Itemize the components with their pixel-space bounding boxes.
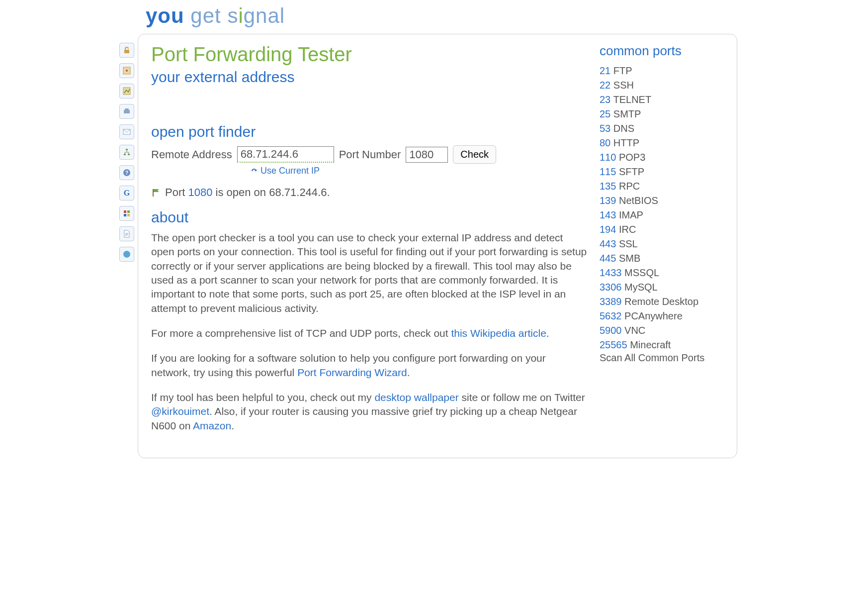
common-ports-heading: common ports xyxy=(600,43,724,59)
common-port-item[interactable]: 143 IMAP xyxy=(600,208,724,222)
common-port-item[interactable]: 115 SFTP xyxy=(600,165,724,179)
sidebar-network[interactable] xyxy=(119,145,134,160)
port-number: 21 xyxy=(600,65,610,76)
network-icon xyxy=(123,148,131,156)
common-port-item[interactable]: 25565 Minecraft xyxy=(600,338,724,352)
common-port-item[interactable]: 5632 PCAnywhere xyxy=(600,309,724,323)
port-name: Remote Desktop xyxy=(622,296,699,307)
footer xyxy=(116,462,752,469)
sidebar-google[interactable]: G xyxy=(119,186,134,200)
desktop-wallpaper-link[interactable]: desktop wallpaper xyxy=(374,392,458,403)
svg-rect-4 xyxy=(125,108,129,110)
port-name: SFTP xyxy=(616,166,644,177)
common-port-item[interactable]: 110 POP3 xyxy=(600,150,724,165)
common-port-item[interactable]: 53 DNS xyxy=(600,121,724,136)
port-number: 5632 xyxy=(600,310,622,321)
help-icon: ? xyxy=(123,169,131,177)
globe-icon xyxy=(123,250,131,258)
common-port-item[interactable]: 135 RPC xyxy=(600,179,724,194)
port-number: 135 xyxy=(600,181,616,192)
port-name: DNS xyxy=(610,123,634,134)
port-number-label: Port Number xyxy=(339,148,401,161)
port-check-form: Remote Address Port Number Check xyxy=(151,145,588,164)
port-number: 5900 xyxy=(600,325,622,336)
port-number-input[interactable] xyxy=(406,147,448,163)
port-name: TELNET xyxy=(610,94,651,105)
phone-icon xyxy=(123,107,131,115)
status-port-link[interactable]: 1080 xyxy=(188,186,212,199)
main-card: Port Forwarding Tester your external add… xyxy=(138,34,737,458)
port-number: 3306 xyxy=(600,282,622,293)
common-port-item[interactable]: 139 NetBIOS xyxy=(600,194,724,208)
common-port-item[interactable]: 445 SMB xyxy=(600,251,724,266)
map-trace-icon xyxy=(123,87,131,95)
common-port-item[interactable]: 5900 VNC xyxy=(600,323,724,338)
port-number: 143 xyxy=(600,209,616,220)
sidebar-lock-open[interactable] xyxy=(119,43,134,58)
common-port-item[interactable]: 1433 MSSQL xyxy=(600,266,724,280)
sidebar-mail[interactable] xyxy=(119,124,134,139)
port-number: 443 xyxy=(600,238,616,249)
svg-rect-3 xyxy=(124,110,130,113)
site-logo[interactable]: you get signal xyxy=(116,4,752,34)
check-button[interactable]: Check xyxy=(453,145,496,164)
svg-rect-12 xyxy=(127,210,130,213)
sidebar-phone[interactable] xyxy=(119,104,134,119)
svg-rect-16 xyxy=(153,189,154,197)
svg-rect-7 xyxy=(124,154,126,155)
use-current-ip-link[interactable]: Use Current IP xyxy=(260,166,320,176)
remote-address-label: Remote Address xyxy=(151,148,232,161)
port-name: Minecraft xyxy=(627,339,671,350)
port-name: FTP xyxy=(610,65,632,76)
port-name: NetBIOS xyxy=(616,195,658,206)
twitter-link[interactable]: @kirkouimet xyxy=(151,405,209,417)
about-p2: For more a comprehensive list of TCP and… xyxy=(151,326,588,340)
svg-point-15 xyxy=(123,251,130,258)
port-name: PCAnywhere xyxy=(622,310,683,321)
port-number: 25 xyxy=(600,108,610,119)
logo-you: you xyxy=(146,4,184,27)
common-port-item[interactable]: 3389 Remote Desktop xyxy=(600,295,724,309)
sidebar-windows[interactable] xyxy=(119,206,134,221)
remote-address-input[interactable] xyxy=(237,146,334,163)
sidebar-globe[interactable] xyxy=(119,247,134,262)
sidebar-map-trace[interactable] xyxy=(119,84,134,99)
port-name: SMTP xyxy=(610,108,641,119)
google-icon: G xyxy=(124,189,130,198)
sidebar-document[interactable] xyxy=(119,226,134,241)
scan-all-ports-link[interactable]: Scan All Common Ports xyxy=(600,352,724,364)
common-port-item[interactable]: 21 FTP xyxy=(600,64,724,78)
about-p4: If my tool has been helpful to you, chec… xyxy=(151,391,588,433)
port-number: 80 xyxy=(600,137,610,148)
common-port-item[interactable]: 194 IRC xyxy=(600,222,724,237)
port-number: 194 xyxy=(600,224,616,235)
common-port-item[interactable]: 80 HTTP xyxy=(600,136,724,150)
port-number: 22 xyxy=(600,80,610,91)
port-number: 1433 xyxy=(600,267,622,278)
common-port-item[interactable]: 25 SMTP xyxy=(600,107,724,121)
port-name: HTTP xyxy=(610,137,639,148)
flag-open-icon xyxy=(151,188,161,197)
lock-open-icon xyxy=(123,46,131,54)
common-port-item[interactable]: 22 SSH xyxy=(600,78,724,93)
port-number: 110 xyxy=(600,152,616,163)
port-status-line: Port 1080 is open on 68.71.244.6. xyxy=(151,186,588,199)
document-icon xyxy=(123,230,130,238)
amazon-link[interactable]: Amazon xyxy=(193,420,231,431)
port-forwarding-wizard-link[interactable]: Port Forwarding Wizard xyxy=(297,367,407,378)
common-port-item[interactable]: 3306 MySQL xyxy=(600,280,724,295)
port-name: POP3 xyxy=(616,152,645,163)
sidebar-map-marker[interactable] xyxy=(119,63,134,78)
port-name: MySQL xyxy=(622,282,658,293)
svg-rect-11 xyxy=(124,210,126,213)
map-marker-icon xyxy=(123,67,131,75)
about-p1: The open port checker is a tool you can … xyxy=(151,231,588,315)
sidebar-help[interactable]: ? xyxy=(119,165,134,180)
common-port-item[interactable]: 443 SSL xyxy=(600,237,724,251)
port-name: RPC xyxy=(616,181,640,192)
mail-icon xyxy=(123,128,131,135)
common-port-item[interactable]: 23 TELNET xyxy=(600,93,724,107)
port-name: SSL xyxy=(616,238,637,249)
page-title: Port Forwarding Tester xyxy=(151,43,588,66)
wikipedia-link[interactable]: this Wikipedia article xyxy=(451,327,546,339)
